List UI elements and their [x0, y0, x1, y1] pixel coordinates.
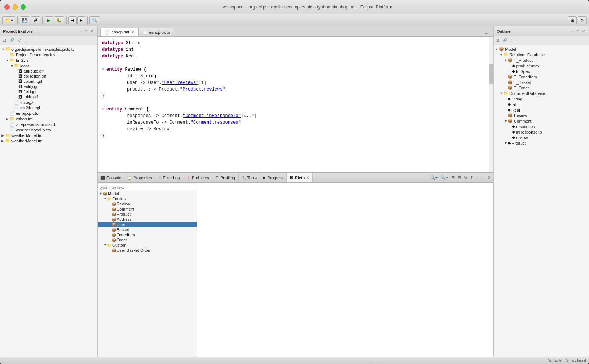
outline-link[interactable]: 🔗 — [501, 38, 508, 43]
minimize-editor-button[interactable]: ─ — [484, 31, 489, 36]
outline-item-responses[interactable]: ◆ responses — [494, 124, 589, 129]
ctree-address[interactable]: 📦 Address — [98, 217, 197, 222]
outline-item-inresponseto[interactable]: ◆ inResponseTo — [494, 129, 589, 135]
tree-item-representations[interactable]: 📄 > representations.aird — [0, 121, 97, 127]
outline-item-t-product[interactable]: ▼ 📦 T_Product — [494, 57, 589, 63]
tree-item-icons[interactable]: ▼ 📁 icons — [0, 63, 97, 68]
collapse-all-button[interactable]: ⊟ — [1, 38, 7, 43]
outline-sort[interactable]: ↕ — [509, 38, 513, 43]
outline-view-menu[interactable]: ⋮ — [514, 38, 520, 43]
maximize-console-button[interactable]: □ — [481, 175, 486, 180]
link-text[interactable]: "Comment.responses" — [191, 119, 241, 126]
outline-item-t-basket[interactable]: 📦 T_Basket — [494, 79, 589, 85]
ctree-review[interactable]: 📦 Review — [98, 201, 197, 206]
filter-button[interactable]: ▽ — [17, 38, 22, 43]
tree-item-weathermodel-picto[interactable]: 📄 weatherModel.picto — [0, 127, 97, 132]
link-text[interactable]: "Product.reviews" — [180, 86, 225, 93]
ctree-entities[interactable]: ▼ 📁 Entities — [98, 196, 197, 201]
tree-item-attribute-gif[interactable]: 🖼 attribute.gif — [0, 68, 97, 74]
code-editor[interactable]: datatype String datatype int datatype Re… — [98, 37, 493, 173]
close-console-button[interactable]: ✕ — [486, 175, 492, 180]
maximize-panel-button[interactable]: □ — [84, 29, 88, 33]
back-button[interactable]: ◀ — [68, 16, 77, 24]
ctree-model[interactable]: ▼ 📦 Model — [98, 191, 197, 196]
refresh-button[interactable]: ↻ — [463, 175, 468, 180]
layout-button[interactable]: ⊟ — [456, 175, 462, 180]
maximize-button[interactable] — [21, 4, 26, 10]
outline-item-comment[interactable]: ▼ 📦 Comment — [494, 118, 589, 124]
outline-item-model[interactable]: ▼ 📦 Model — [494, 46, 589, 52]
save-button[interactable]: 💾 — [20, 16, 30, 24]
tab-tools[interactable]: 🔧 Tools — [239, 173, 260, 182]
tab-problems[interactable]: ❗ Problems — [183, 173, 212, 182]
tab-properties[interactable]: 📋 Properties — [124, 173, 155, 182]
outline-item-int[interactable]: ◆ int — [494, 102, 589, 107]
outline-item-t-order[interactable]: 📦 T_Order — [494, 85, 589, 91]
tree-item-collection-gif[interactable]: 🖼 collection.gif — [0, 74, 97, 79]
close-outline-button[interactable]: ✕ — [581, 29, 586, 33]
ctree-user-basket-order[interactable]: 📦 User-Basket-Order — [98, 248, 197, 253]
ctree-order[interactable]: 📦 Order — [98, 237, 197, 243]
tab-progress[interactable]: ▶ Progress — [260, 173, 287, 182]
tree-item-tml2vis[interactable]: ▼ 📁 tml2vis — [0, 57, 97, 63]
outline-item-review-field[interactable]: ◆ review — [494, 135, 589, 140]
zoom-in-button[interactable]: 🔍+ — [429, 175, 439, 180]
link-text[interactable]: "User.reviews" — [162, 79, 199, 86]
tree-item-tml2dot-egl[interactable]: 📄 tml2dot.egl — [0, 105, 97, 110]
link-editor-button[interactable]: 🔗 — [8, 38, 15, 43]
tab-console[interactable]: ⬛ Console — [98, 173, 124, 182]
search-button[interactable]: 🔍 — [89, 16, 100, 24]
tab-error-log[interactable]: ⚠ Error Log — [155, 173, 183, 182]
ctree-basket[interactable]: 📦 Basket — [98, 227, 197, 232]
file-menu-button[interactable]: 📁▾ — [2, 16, 15, 24]
view-menu-button[interactable]: ⋮ — [23, 38, 29, 43]
tree-item-table-gif[interactable]: 🖼 table.gif — [0, 94, 97, 99]
ctree-product[interactable]: 📦 Product — [98, 212, 197, 217]
ctree-custom[interactable]: ▼ 📁 Custom — [98, 243, 197, 248]
maximize-outline-button[interactable]: □ — [576, 29, 580, 33]
close-panel-button[interactable]: ✕ — [89, 29, 94, 33]
outline-item-relational[interactable]: ▼ 📁 RelationalDatabase — [494, 52, 589, 57]
ctree-comment[interactable]: 📦 Comment — [98, 206, 197, 212]
export-button[interactable]: ⬆ — [469, 175, 475, 180]
outline-item-product-index[interactable]: ◆ productIndex — [494, 63, 589, 68]
minimize-button[interactable] — [13, 4, 18, 10]
ctree-orderitem[interactable]: 📦 OrderItem — [98, 232, 197, 237]
close-button[interactable] — [4, 4, 10, 10]
outline-collapse-all[interactable]: ⊟ — [495, 38, 500, 43]
link-text[interactable]: "Comment.inResponseTo" — [183, 113, 241, 119]
outline-item-id-spec[interactable]: ◆ Id Spec — [494, 68, 589, 74]
ctree-user[interactable]: 📦 User — [98, 222, 197, 227]
minimize-console-button[interactable]: ─ — [475, 175, 480, 180]
outline-item-t-orderitem[interactable]: 📦 T_OrderItem — [494, 74, 589, 79]
zoom-fit-button[interactable]: ⊞ — [450, 175, 456, 180]
outline-item-string[interactable]: ◆ String — [494, 96, 589, 102]
tree-item-eshop-tml[interactable]: ▶ 📁 eshop.tml — [0, 116, 97, 121]
tree-item-entity-gif[interactable]: 🖼 entity.gif — [0, 84, 97, 89]
tree-item-column-gif[interactable]: 🖼 column.gif — [0, 79, 97, 84]
picto-tab-close-button[interactable]: ✕ — [306, 176, 309, 180]
tree-item-eshop-picto[interactable]: 📄 eshop.picto — [0, 110, 97, 116]
tree-item-weathermodel-tml-1[interactable]: ▶ 📁 weatherModel.tml — [0, 132, 97, 138]
outline-item-real[interactable]: ◆ Real — [494, 107, 589, 113]
forward-button[interactable]: ▶ — [77, 16, 85, 24]
debug-button[interactable]: 🐛 — [54, 16, 64, 24]
tab-eshop-tml[interactable]: 📄 eshop.tml ✕ — [100, 28, 138, 36]
outline-item-review[interactable]: 📦 Review — [494, 113, 589, 118]
tree-item-project-deps[interactable]: 📁 Project Dependencies — [0, 52, 97, 57]
outline-item-product[interactable]: ▼ ◆ Product — [494, 140, 589, 146]
tab-eshop-picto[interactable]: 📄 eshop.picto — [138, 28, 174, 36]
outline-item-document[interactable]: ▼ 📁 DocumentDatabase — [494, 91, 589, 96]
preferences-button[interactable]: ⚙ — [578, 16, 587, 24]
zoom-out-button[interactable]: 🔍− — [440, 175, 449, 180]
console-filter-input[interactable] — [98, 184, 197, 191]
tree-item-tml-egx[interactable]: 📄 tml.egx — [0, 99, 97, 105]
tree-item-weathermodel-tml-2[interactable]: ▶ 📁 weatherModel.tml — [0, 138, 97, 144]
tab-picto[interactable]: 🖼 Picto ✕ — [287, 173, 313, 182]
editor-scrollbar[interactable] — [489, 37, 493, 172]
minimize-panel-button[interactable]: ─ — [78, 29, 83, 33]
print-button[interactable]: 🖨 — [31, 16, 40, 24]
maximize-editor-button[interactable]: □ — [489, 31, 493, 36]
minimize-outline-button[interactable]: ─ — [570, 29, 575, 33]
run-button[interactable]: ▶ — [45, 16, 53, 24]
